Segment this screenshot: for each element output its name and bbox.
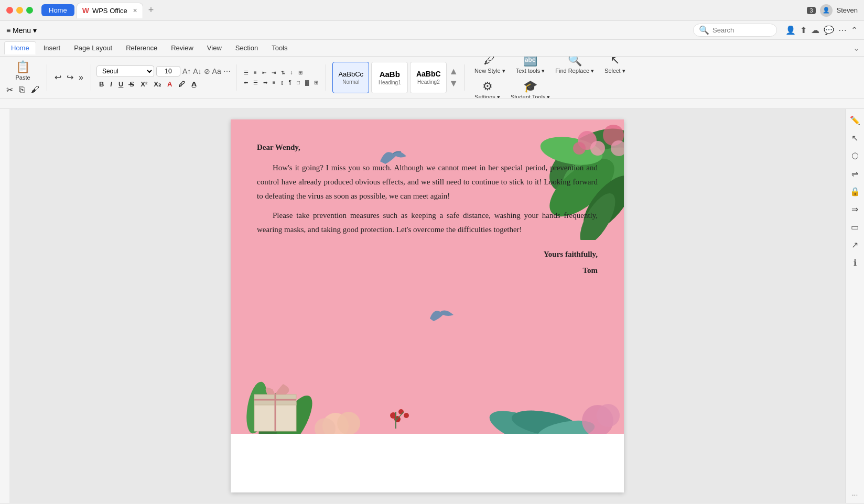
tab-section[interactable]: Section <box>229 42 264 54</box>
redo-button[interactable]: ↪ <box>64 71 75 83</box>
font-size-input[interactable] <box>156 66 180 76</box>
export-icon[interactable]: ⬆ <box>800 25 807 35</box>
sidebar-edit-icon[interactable]: ✏️ <box>848 113 862 127</box>
svg-rect-1 <box>0 109 9 503</box>
avatar[interactable]: 👤 <box>820 4 833 17</box>
text-border-button[interactable]: A̲ <box>189 79 199 89</box>
maximize-button[interactable] <box>26 7 33 14</box>
border-button[interactable]: □ <box>295 79 302 86</box>
columns-button[interactable]: ⫿ <box>279 79 286 86</box>
font-size-increase-button[interactable]: A↑ <box>182 67 191 75</box>
cut-button[interactable]: ✂ <box>4 84 15 96</box>
line-spacing-button[interactable]: ↕ <box>288 69 295 76</box>
student-tools-label: Student Tools ▾ <box>511 94 550 99</box>
tab-tools[interactable]: Tools <box>265 42 294 54</box>
paste-sub: ✂ ⎘ 🖌 <box>4 84 41 96</box>
paste-button[interactable]: 📋 Paste <box>11 59 34 83</box>
highlight-button[interactable]: 🖊 <box>176 79 188 89</box>
document-canvas[interactable]: Dear Wendy, How's it going? I miss you s… <box>9 109 845 503</box>
tab-home[interactable]: Home <box>4 41 36 54</box>
sidebar-lock-icon[interactable]: 🔒 <box>848 184 862 198</box>
bold-button[interactable]: B <box>96 79 106 89</box>
search-bar[interactable]: 🔍 <box>693 24 777 37</box>
font-clear-button[interactable]: ⊘ <box>204 67 210 75</box>
undo-button[interactable]: ↩ <box>52 71 63 83</box>
hamburger-menu[interactable]: ≡ Menu ▾ <box>6 26 37 35</box>
justify-button[interactable]: ≡ <box>271 79 278 86</box>
style-scroll-up-button[interactable]: ▲ <box>449 66 458 77</box>
font-more-button[interactable]: ⋯ <box>223 67 231 75</box>
new-style-button[interactable]: 🖊 New Style ▾ <box>470 57 510 76</box>
sidebar-next-icon[interactable]: ⇒ <box>848 202 862 216</box>
home-tab-button[interactable]: Home <box>41 4 74 16</box>
paragraph-marks-icon: ¶ <box>289 80 291 85</box>
sidebar-shape-icon[interactable]: ⬡ <box>848 149 862 162</box>
style-heading2[interactable]: AaBbC Heading2 <box>410 62 447 93</box>
more-icon[interactable]: ⋯ <box>838 25 847 35</box>
paste-icon: 📋 <box>16 61 30 73</box>
font-size-decrease-button[interactable]: A↓ <box>193 67 201 75</box>
chat-icon[interactable]: 💬 <box>824 25 834 35</box>
search-input[interactable] <box>712 26 775 34</box>
subscript-button[interactable]: X₂ <box>151 79 164 89</box>
find-replace-button[interactable]: 🔍 Find Replace ▾ <box>551 57 598 76</box>
align-right-button[interactable]: ➡ <box>261 79 269 86</box>
border-icon: □ <box>297 80 300 85</box>
new-style-icon: 🖊 <box>484 57 495 66</box>
more-toolbar-button[interactable]: » <box>77 72 85 83</box>
increase-indent-button[interactable]: ⇥ <box>269 69 278 76</box>
new-tab-button[interactable]: + <box>145 5 157 16</box>
columns-icon: ⫿ <box>281 80 284 85</box>
italic-button[interactable]: I <box>107 79 115 89</box>
toolbar-collapse-icon[interactable]: ⌄ <box>853 43 860 53</box>
redo-icon: ↪ <box>67 72 73 82</box>
minimize-button[interactable] <box>16 7 23 14</box>
sidebar-info-icon[interactable]: ℹ <box>848 256 862 269</box>
close-button[interactable] <box>6 7 13 14</box>
underline-button[interactable]: U <box>116 79 126 89</box>
tab-reference[interactable]: Reference <box>120 42 164 54</box>
align-left-button[interactable]: ⬅ <box>242 79 250 86</box>
sidebar-share-icon[interactable]: ↗ <box>848 238 862 251</box>
select-button[interactable]: ↖ Select ▾ <box>600 57 630 76</box>
tab-view[interactable]: View <box>201 42 228 54</box>
table-button[interactable]: ⊞ <box>312 79 320 86</box>
settings-button[interactable]: ⚙ Settings ▾ <box>470 79 504 99</box>
numbering-button[interactable]: ≡ <box>252 69 259 76</box>
share-icon[interactable]: 👤 <box>785 25 796 35</box>
tab-page-layout[interactable]: Page Layout <box>68 42 118 54</box>
paragraph-marks-button[interactable]: ¶ <box>287 79 294 86</box>
strikethrough-button[interactable]: S̶ <box>127 79 137 89</box>
tab-close-icon[interactable]: ✕ <box>133 7 137 14</box>
chinese-layout-button[interactable]: ⊞ <box>296 69 305 76</box>
font-family-select[interactable]: Seoul <box>96 65 154 77</box>
sidebar-frame-icon[interactable]: ▭ <box>848 220 862 234</box>
sidebar-more-dots[interactable]: ··· <box>852 490 858 499</box>
document-tab[interactable]: W WPS Office ✕ <box>77 3 143 18</box>
sidebar-cursor-icon[interactable]: ↖ <box>848 131 862 145</box>
student-tools-button[interactable]: 🎓 Student Tools ▾ <box>506 79 555 99</box>
tab-review[interactable]: Review <box>165 42 200 54</box>
superscript-button[interactable]: X² <box>138 79 150 89</box>
format-painter-icon: 🖌 <box>31 85 39 94</box>
copy-button[interactable]: ⎘ <box>17 84 27 96</box>
font-color-button[interactable]: A <box>165 79 175 89</box>
decrease-indent-button[interactable]: ⇤ <box>260 69 268 76</box>
notification-badge[interactable]: 3 <box>807 7 815 14</box>
format-painter-button[interactable]: 🖌 <box>29 84 41 96</box>
tab-insert[interactable]: Insert <box>37 42 67 54</box>
font-case-button[interactable]: Aa <box>212 67 221 75</box>
style-heading1[interactable]: AaBb Heading1 <box>371 62 408 93</box>
text-tools-button[interactable]: 🔤 Text tools ▾ <box>512 57 549 76</box>
bullets-button[interactable]: ☰ <box>242 69 251 76</box>
wps-logo-icon: W <box>82 6 89 15</box>
style-normal[interactable]: AaBbCc Normal <box>332 62 369 93</box>
align-center-button[interactable]: ☰ <box>251 79 260 86</box>
shading-button[interactable]: ▓ <box>303 79 311 86</box>
select-label: Select ▾ <box>604 68 625 74</box>
sort-button[interactable]: ⇅ <box>279 69 287 76</box>
sidebar-adjust-icon[interactable]: ⇌ <box>848 167 862 180</box>
style-scroll-down-button[interactable]: ▼ <box>449 78 458 89</box>
collapse-icon[interactable]: ⌃ <box>851 25 858 35</box>
cloud-icon[interactable]: ☁ <box>811 25 819 35</box>
